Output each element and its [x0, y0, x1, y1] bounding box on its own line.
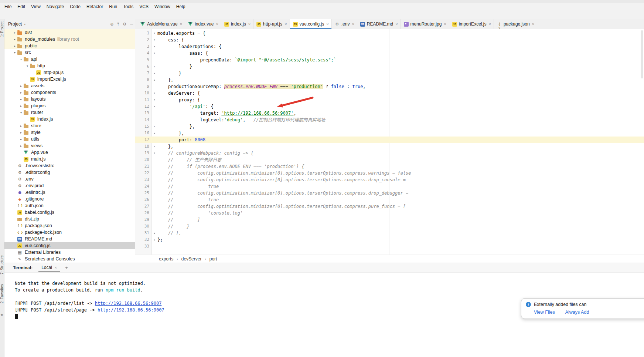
tree-item-auth-json[interactable]: auth.json [4, 202, 135, 209]
tree-item-browserslistrc[interactable]: .browserslistrc [4, 162, 135, 169]
code-line[interactable]: 15▴ }, [135, 123, 644, 130]
code-line[interactable]: 31▴ // }, [135, 230, 644, 236]
chevron-down-icon[interactable]: ▾ [25, 64, 30, 68]
tree-item-package-lock-json[interactable]: package-lock.json [4, 229, 135, 236]
menu-window[interactable]: Window [151, 3, 173, 10]
code-line[interactable]: 21 // if (process.env.NODE_ENV === 'prod… [135, 163, 644, 170]
tree-item-vue-config-js[interactable]: vue.config.js [4, 242, 135, 249]
tool-button-structure[interactable]: 7: Structure [0, 255, 4, 275]
code-line[interactable]: 18▴ }, [135, 143, 644, 150]
tree-item-app-vue[interactable]: App.vue [4, 149, 135, 156]
code-line[interactable]: 25 // config.optimization.minimizer[0].o… [135, 190, 644, 196]
tree-item-index-js[interactable]: index.js [4, 116, 135, 122]
fold-marker[interactable]: ▴ [151, 123, 157, 130]
tree-item-plugins[interactable]: ▸plugins [4, 102, 135, 109]
code-line[interactable]: 32▴}; [135, 236, 644, 243]
chevron-right-icon[interactable]: ▸ [19, 104, 23, 108]
chevron-right-icon[interactable]: ▸ [19, 138, 23, 141]
code-line[interactable]: 8▴ }, [135, 77, 644, 83]
chevron-right-icon[interactable]: ▸ [19, 98, 23, 101]
code-line[interactable]: 6▴ } [135, 63, 644, 70]
tree-item-http-api-js[interactable]: http-api.js [4, 69, 135, 76]
tree-item-dist[interactable]: ▸dist [4, 29, 135, 36]
tree-item-views[interactable]: ▸views [4, 142, 135, 149]
code-line[interactable]: 2▾ css: { [135, 37, 644, 43]
tab-index-vue[interactable]: index.vue× [185, 19, 221, 29]
tree-item-gitignore[interactable]: .gitignore [4, 196, 135, 202]
tree-item-dist-zip[interactable]: dist.zip [4, 216, 135, 222]
hide-icon[interactable]: ─ [130, 22, 133, 27]
chevron-right-icon[interactable]: ▸ [13, 44, 17, 48]
code-editor[interactable]: 1▾module.exports = {2▾ css: {3▾ loaderOp… [135, 29, 644, 255]
tree-item-public[interactable]: ▸public [4, 43, 135, 49]
close-icon[interactable]: × [180, 22, 182, 26]
chevron-right-icon[interactable]: ▸ [19, 84, 23, 88]
chevron-right-icon[interactable]: ▸ [19, 131, 23, 134]
code-line[interactable]: 28 // 'console.log' [135, 210, 644, 216]
code-line[interactable]: 20 // // 生产去除日志 [135, 156, 644, 163]
menu-navigate[interactable]: Navigate [44, 3, 67, 10]
chevron-right-icon[interactable]: ▸ [19, 91, 23, 94]
tree-item-main-js[interactable]: main.js [4, 156, 135, 162]
code-line[interactable]: 23 // config.optimization.minimizer[0].o… [135, 176, 644, 183]
tree-item-readme-md[interactable]: README.md [4, 236, 135, 242]
fold-marker[interactable]: ▾ [151, 43, 157, 50]
menu-vcs[interactable]: VCS [136, 3, 151, 10]
menu-run[interactable]: Run [106, 3, 120, 10]
terminal-cursor[interactable] [15, 314, 18, 319]
chevron-right-icon[interactable]: ▸ [13, 38, 17, 41]
chevron-right-icon[interactable]: ▸ [13, 31, 17, 34]
code-line[interactable]: 33 [135, 243, 644, 250]
chevron-down-icon[interactable]: ▾ [19, 58, 23, 61]
tree-item-external-libraries[interactable]: External Libraries [4, 249, 135, 256]
code-line[interactable]: 3▾ loaderOptions: { [135, 43, 644, 50]
locate-icon[interactable]: ⊕ [110, 22, 113, 27]
tab-http-api-js[interactable]: http-api.js× [253, 19, 290, 29]
fold-marker[interactable]: ▾ [151, 30, 157, 37]
code-line[interactable]: 30 // } [135, 223, 644, 230]
close-icon[interactable]: × [284, 22, 287, 26]
code-line[interactable]: 10▾ devServer: { [135, 90, 644, 97]
tree-item-utils[interactable]: ▸utils [4, 136, 135, 142]
tab-package-json[interactable]: package.json× [494, 19, 537, 29]
close-icon[interactable]: × [248, 22, 251, 26]
tree-item-node-modules[interactable]: ▸node_moduleslibrary root [4, 36, 135, 43]
tree-item-http[interactable]: ▾http [4, 63, 135, 69]
close-icon[interactable]: × [395, 22, 398, 26]
breadcrumb-exports[interactable]: exports [159, 256, 173, 262]
fold-marker[interactable]: ▴ [151, 63, 157, 70]
tab-vue-config-js[interactable]: vue.config.js× [290, 19, 332, 29]
code-line[interactable]: 14 logLevel:'debug', //控制台终端打印代理前的真实地址 [135, 117, 644, 123]
notification-link-always-add[interactable]: Always Add [565, 310, 589, 315]
tree-item-layouts[interactable]: ▸layouts [4, 96, 135, 102]
code-line[interactable]: 24 // true [135, 183, 644, 190]
fold-marker[interactable]: ▾ [151, 50, 157, 57]
tree-item-router[interactable]: ▾router [4, 109, 135, 116]
fold-marker[interactable]: ▴ [151, 130, 157, 137]
tab-asidemenu-vue[interactable]: AsideMenu.vue× [137, 19, 185, 29]
chevron-down-icon[interactable]: ▾ [13, 51, 17, 54]
menu-help[interactable]: Help [173, 3, 188, 10]
code-line[interactable]: 13 target: 'http://192.168.66.56:9007', [135, 110, 644, 117]
code-line[interactable]: 11▾ proxy: { [135, 97, 644, 103]
code-line[interactable]: 4▾ sass: { [135, 50, 644, 57]
editor-scrollbar[interactable] [641, 30, 643, 78]
fold-marker[interactable]: ▾ [151, 103, 157, 110]
tree-item-scratches-and-consoles[interactable]: Scratches and Consoles [4, 256, 135, 262]
tab-env[interactable]: .env× [332, 19, 357, 29]
fold-marker[interactable]: ▴ [151, 77, 157, 83]
breadcrumb-port[interactable]: port [209, 256, 217, 262]
terminal-tab-local[interactable]: Local × [38, 264, 60, 272]
fold-marker[interactable]: ▾ [151, 37, 157, 43]
code-line[interactable]: 1▾module.exports = { [135, 30, 644, 37]
code-line[interactable]: 9 productionSourceMap: process.env.NODE_… [135, 83, 644, 90]
code-line[interactable]: 22 // config.optimization.minimizer[0].o… [135, 170, 644, 176]
tree-item-importexcel-js[interactable]: importExcel.js [4, 76, 135, 82]
chevron-right-icon[interactable]: ▸ [19, 124, 23, 128]
tab-importexcel-js[interactable]: importExcel.js× [449, 19, 494, 29]
tree-item-src[interactable]: ▾src [4, 49, 135, 56]
tree-item-style[interactable]: ▸style [4, 129, 135, 136]
notification-link-view-files[interactable]: View Files [534, 310, 555, 315]
menu-view[interactable]: View [28, 3, 44, 10]
code-line[interactable]: 17 port: 8008 [135, 137, 644, 143]
